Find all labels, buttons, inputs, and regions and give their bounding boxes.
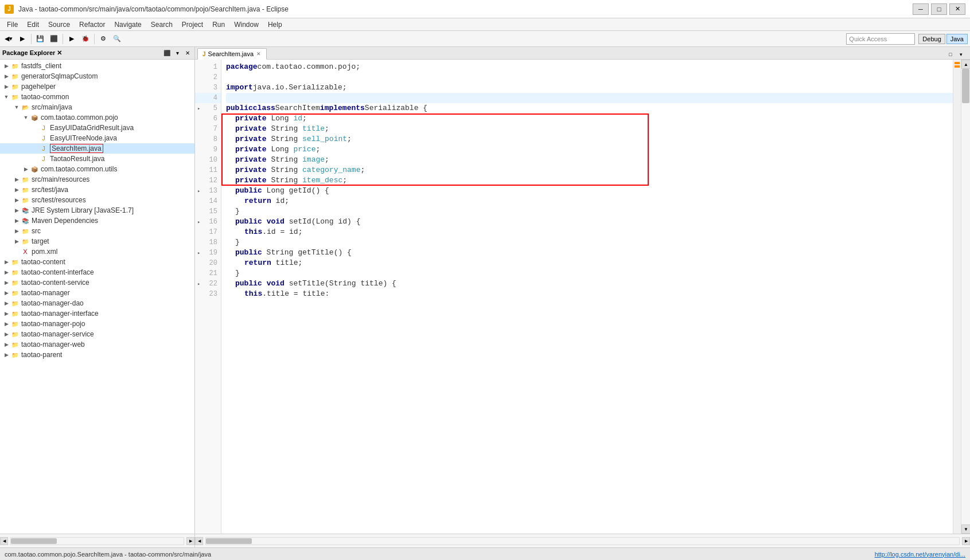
menu-help[interactable]: Help xyxy=(263,19,287,30)
tree-item-manager-svc[interactable]: ▶ 📁 taotao-manager-service xyxy=(0,329,194,339)
tree-item-content-svc[interactable]: ▶ 📁 taotao-content-service xyxy=(0,277,194,288)
menu-edit[interactable]: Edit xyxy=(22,19,44,30)
tab-close-searchitem[interactable]: ✕ xyxy=(256,50,262,57)
expand-manager-iface[interactable]: ▶ xyxy=(2,311,10,316)
tree-item-src-test-java[interactable]: ▶ 📁 src/test/java xyxy=(0,185,194,195)
expand-src-main[interactable]: ▼ xyxy=(13,104,21,110)
perspective-java[interactable]: Java xyxy=(946,34,968,44)
tree-item-maven[interactable]: ▶ 📚 Maven Dependencies xyxy=(0,216,194,226)
pe-hscroll-thumb[interactable] xyxy=(11,538,57,544)
expand-manager-web[interactable]: ▶ xyxy=(2,342,10,347)
tree-item-generator[interactable]: ▶ 📁 generatorSqlmapCustom xyxy=(0,71,194,81)
expand-manager-pojo[interactable]: ▶ xyxy=(2,321,10,327)
menu-navigate[interactable]: Navigate xyxy=(110,19,146,30)
vscroll-down-btn[interactable]: ▼ xyxy=(961,524,970,534)
expand-parent[interactable]: ▶ xyxy=(2,352,10,358)
tree-item-jre[interactable]: ▶ 📚 JRE System Library [JavaSE-1.7] xyxy=(0,205,194,216)
status-right-link[interactable]: http://log.csdn.net/yarenyian/di... xyxy=(875,551,965,558)
menu-source[interactable]: Source xyxy=(44,19,75,30)
toolbar-forward[interactable]: ▶ xyxy=(16,33,29,45)
pe-collapse-btn[interactable]: ⬛ xyxy=(162,49,172,58)
close-button[interactable]: ✕ xyxy=(949,3,965,15)
expand-test-res[interactable]: ▶ xyxy=(13,197,21,203)
tree-item-easy-tree[interactable]: J EasyUITreeNode.java xyxy=(0,133,194,143)
pe-tree-scroll[interactable]: ▶ 📁 fastdfs_client ▶ 📁 generatorSqlmapCu… xyxy=(0,60,194,534)
editor-menu-btn[interactable]: ▾ xyxy=(956,50,965,59)
code-editor[interactable]: 1 2 3 4 5 6 7 8 9 10 11 12 13 14 15 16 1… xyxy=(195,60,970,534)
expand-src[interactable]: ▶ xyxy=(13,228,21,234)
expand-pagehelper[interactable]: ▶ xyxy=(2,84,10,89)
tree-item-src[interactable]: ▶ 📁 src xyxy=(0,226,194,236)
toolbar-run[interactable]: ▶ xyxy=(65,33,78,45)
pe-close-btn[interactable]: ✕ xyxy=(183,49,192,58)
editor-hscroll[interactable]: ◀ ▶ xyxy=(195,534,970,547)
code-content[interactable]: package com.taotao.common.pojo; import j… xyxy=(221,60,953,534)
pe-hscroll-left[interactable]: ◀ xyxy=(0,537,8,545)
toolbar-btn-5[interactable]: ⚙ xyxy=(97,33,110,45)
expand-target[interactable]: ▶ xyxy=(13,238,21,244)
tree-item-taotao-parent[interactable]: ▶ 📁 taotao-parent xyxy=(0,350,194,360)
editor-tab-searchitem[interactable]: J SearchItem.java ✕ xyxy=(197,48,267,60)
tree-item-pom[interactable]: X pom.xml xyxy=(0,246,194,257)
tree-item-fastdfs[interactable]: ▶ 📁 fastdfs_client xyxy=(0,61,194,71)
editor-hscroll-thumb[interactable] xyxy=(206,538,252,544)
pe-hscroll-bar[interactable] xyxy=(10,537,184,545)
tree-item-searchitem[interactable]: J SearchItem.java xyxy=(0,143,194,154)
expand-manager-dao[interactable]: ▶ xyxy=(2,300,10,306)
menu-window[interactable]: Window xyxy=(229,19,263,30)
toolbar-btn-6[interactable]: 🔍 xyxy=(111,33,123,45)
editor-hscroll-right[interactable]: ▶ xyxy=(962,537,970,545)
expand-generator[interactable]: ▶ xyxy=(2,73,10,79)
pe-hscroll-right[interactable]: ▶ xyxy=(186,537,194,545)
maximize-button[interactable]: □ xyxy=(931,3,947,15)
menu-file[interactable]: File xyxy=(2,19,22,30)
expand-utils[interactable]: ▶ xyxy=(22,166,30,172)
tree-item-manager-dao[interactable]: ▶ 📁 taotao-manager-dao xyxy=(0,298,194,308)
editor-vscroll[interactable]: ▲ ▼ xyxy=(961,60,970,534)
expand-content-iface[interactable]: ▶ xyxy=(2,269,10,275)
minimize-button[interactable]: ─ xyxy=(913,3,929,15)
tree-item-pojo-pkg[interactable]: ▼ 📦 com.taotao.common.pojo xyxy=(0,112,194,123)
expand-fastdfs[interactable]: ▶ xyxy=(2,63,10,69)
pe-menu-btn[interactable]: ▾ xyxy=(173,49,182,58)
tree-item-manager-web[interactable]: ▶ 📁 taotao-manager-web xyxy=(0,339,194,350)
quick-access-input[interactable]: Quick Access xyxy=(846,33,915,45)
menu-refactor[interactable]: Refactor xyxy=(75,19,110,30)
tree-item-target[interactable]: ▶ 📁 target xyxy=(0,236,194,246)
vscroll-up-btn[interactable]: ▲ xyxy=(961,60,970,69)
expand-pojo[interactable]: ▼ xyxy=(22,115,30,120)
expand-test-java[interactable]: ▶ xyxy=(13,187,21,193)
expand-taotao-common[interactable]: ▼ xyxy=(2,94,10,100)
toolbar-debug[interactable]: 🐞 xyxy=(79,33,92,45)
editor-hscroll-left[interactable]: ◀ xyxy=(195,537,203,545)
expand-maven[interactable]: ▶ xyxy=(13,218,21,224)
pe-hscroll[interactable]: ◀ ▶ xyxy=(0,534,195,547)
expand-jre[interactable]: ▶ xyxy=(13,207,21,213)
tree-item-content-iface[interactable]: ▶ 📁 taotao-content-interface xyxy=(0,267,194,277)
expand-manager-svc[interactable]: ▶ xyxy=(2,331,10,337)
menu-project[interactable]: Project xyxy=(177,19,208,30)
tree-item-taotao-result[interactable]: J TaotaoResult.java xyxy=(0,154,194,164)
tree-item-manager[interactable]: ▶ 📁 taotao-manager xyxy=(0,288,194,298)
menu-run[interactable]: Run xyxy=(208,19,229,30)
tree-item-taotao-common[interactable]: ▼ 📁 taotao-common xyxy=(0,92,194,102)
tree-item-src-test-res[interactable]: ▶ 📁 src/test/resources xyxy=(0,195,194,205)
tree-item-utils-pkg[interactable]: ▶ 📦 com.taotao.common.utils xyxy=(0,164,194,174)
expand-src-res[interactable]: ▶ xyxy=(13,177,21,182)
tree-item-manager-iface[interactable]: ▶ 📁 taotao-manager-interface xyxy=(0,308,194,319)
editor-hscroll-bar[interactable] xyxy=(205,537,960,545)
vscroll-track[interactable] xyxy=(961,69,970,524)
vscroll-thumb[interactable] xyxy=(962,69,969,103)
editor-maximize-btn[interactable]: □ xyxy=(946,50,955,59)
tree-item-manager-pojo[interactable]: ▶ 📁 taotao-manager-pojo xyxy=(0,319,194,329)
tree-item-taotao-content[interactable]: ▶ 📁 taotao-content xyxy=(0,257,194,267)
toolbar-save-all[interactable]: ⬛ xyxy=(48,33,60,45)
toolbar-save[interactable]: 💾 xyxy=(34,33,46,45)
expand-manager[interactable]: ▶ xyxy=(2,290,10,296)
tree-item-pagehelper[interactable]: ▶ 📁 pagehelper xyxy=(0,81,194,92)
tree-item-src-main-res[interactable]: ▶ 📁 src/main/resources xyxy=(0,174,194,185)
menu-search[interactable]: Search xyxy=(146,19,177,30)
tree-item-easy-grid[interactable]: J EasyUIDataGridResult.java xyxy=(0,123,194,133)
perspective-debug[interactable]: Debug xyxy=(918,34,945,44)
tree-item-src-main-java[interactable]: ▼ 📂 src/main/java xyxy=(0,102,194,112)
